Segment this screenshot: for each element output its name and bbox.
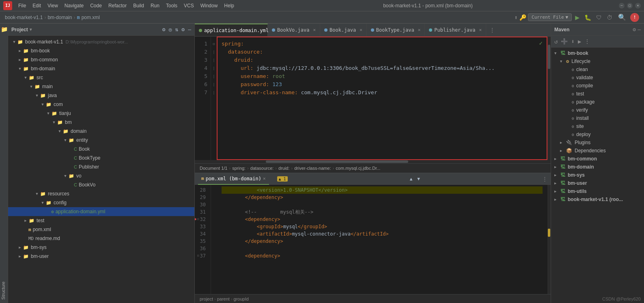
pom-bc-groupid[interactable]: groupId	[234, 297, 249, 301]
menu-tools[interactable]: Tools	[163, 2, 180, 9]
tree-item-pom-xml[interactable]: ▶ m pom.xml	[8, 225, 194, 234]
menu-file[interactable]: File	[15, 2, 29, 9]
tree-item-bm[interactable]: ▼ 📁 bm	[8, 118, 194, 127]
maven-compile[interactable]: ▶ ⚙ compile	[551, 82, 644, 90]
maven-dependencies[interactable]: ▶ 📦 Dependencies	[551, 147, 644, 155]
breadcrumb-class[interactable]: com.mysql.cj.jdbc.Dr...	[336, 166, 380, 171]
notification-badge[interactable]: !	[630, 13, 639, 22]
structure-icon[interactable]: Structure	[0, 278, 8, 303]
menu-code[interactable]: Code	[87, 2, 105, 9]
maven-run-btn[interactable]: ▶	[577, 37, 582, 45]
menu-run[interactable]: Run	[148, 2, 162, 9]
maven-package[interactable]: ▶ ⚙ package	[551, 98, 644, 106]
git-icon[interactable]: 🔑	[519, 14, 526, 21]
maven-install[interactable]: ▶ ⚙ install	[551, 114, 644, 122]
pom-tab-overflow[interactable]: ⋮	[542, 176, 547, 182]
tab-overflow-button[interactable]: ⋮	[486, 27, 498, 33]
maven-deploy[interactable]: ▶ ⚙ deploy	[551, 130, 644, 139]
sidebar-settings-icon[interactable]: ⚙	[181, 26, 185, 32]
tree-item-tianju[interactable]: ▼ 📁 tianju	[8, 109, 194, 118]
yaml-code-lines[interactable]: spring: datasource: druid: url: jdbc:mys…	[217, 37, 547, 160]
maven-settings-icon[interactable]: ⚙	[633, 26, 636, 32]
pom-bc-project[interactable]: project	[200, 297, 213, 301]
tab-booktype-java[interactable]: BookType.java ✕	[367, 24, 425, 37]
maven-refresh-btn[interactable]: ↺	[554, 37, 558, 45]
tab-close-booktype[interactable]: ✕	[418, 27, 421, 32]
breadcrumb-filename[interactable]: pom.xml	[82, 15, 100, 20]
tree-item-config[interactable]: ▼ 📁 config	[8, 198, 194, 207]
tab-close-publisher[interactable]: ✕	[479, 27, 482, 32]
maven-bm-common[interactable]: ▶ 🏗 bm-common	[551, 155, 644, 163]
sidebar-gear-icon[interactable]: ⚙	[162, 26, 166, 32]
maven-lifecycle[interactable]: ▼ ⚙ Lifecycle	[551, 57, 644, 65]
tree-item-entity[interactable]: ▼ 📁 entity	[8, 136, 194, 145]
current-file-dropdown[interactable]: Current File ▼	[528, 13, 572, 21]
window-maximize-button[interactable]: □	[627, 3, 633, 9]
tree-item-book[interactable]: ▶ C Book	[8, 145, 194, 154]
breadcrumb-druid[interactable]: druid:	[278, 166, 290, 171]
tree-item-bookvo[interactable]: ▶ C BookVo	[8, 180, 194, 189]
tree-item-vo[interactable]: ▼ 📁 vo	[8, 171, 194, 180]
menu-refactor[interactable]: Refactor	[106, 2, 129, 9]
menu-view[interactable]: View	[45, 2, 61, 9]
tree-item-bm-domain[interactable]: ▼ 📁 bm-domain	[8, 64, 194, 73]
search-button[interactable]: 🔍	[616, 13, 629, 21]
maven-bm-utils[interactable]: ▶ 🏗 bm-utils	[551, 187, 644, 195]
tree-item-resources[interactable]: ▼ 📁 resources	[8, 189, 194, 198]
debug-button[interactable]: 🐛	[583, 14, 593, 21]
pom-bc-parent[interactable]: parent	[217, 297, 230, 301]
maven-bm-sys[interactable]: ▶ 🏗 bm-sys	[551, 171, 644, 179]
maven-plugins[interactable]: ▶ 🔌 Plugins	[551, 139, 644, 147]
maven-book-market[interactable]: ▶ 🏗 book-market-v1.1 (roo...	[551, 195, 644, 203]
pom-tab[interactable]: m pom.xml (bm-domain) ✕	[198, 173, 269, 185]
tree-item-bm-book[interactable]: ▶ 📁 bm-book	[8, 46, 194, 55]
window-minimize-button[interactable]: —	[619, 3, 625, 9]
menu-vcs[interactable]: VCS	[181, 2, 197, 9]
tree-item-main[interactable]: ▼ 📁 main	[8, 82, 194, 91]
tree-item-bm-sys[interactable]: ▶ 📁 bm-sys	[8, 243, 194, 252]
sidebar-minimize-icon[interactable]: —	[188, 26, 191, 32]
profile-button[interactable]: ⏱	[605, 14, 614, 21]
maven-bm-domain[interactable]: ▶ 🏗 bm-domain	[551, 163, 644, 171]
breadcrumb-project[interactable]: book-market-v1.1	[5, 15, 43, 20]
maven-bm-book[interactable]: ▼ 🏗 bm-book	[551, 49, 644, 57]
tree-item-test[interactable]: ▶ 📁 test	[8, 216, 194, 225]
yaml-scrollbar-thumb[interactable]	[548, 45, 550, 69]
tree-item-readme[interactable]: ▶ MD readme.md	[8, 234, 194, 243]
maven-validate[interactable]: ▶ ⚙ validate	[551, 74, 644, 82]
tab-bookvo-java[interactable]: BookVo.java ✕	[268, 24, 320, 37]
project-tab-icon[interactable]: 📁	[0, 24, 8, 35]
pom-nav-up[interactable]: ▲	[408, 175, 414, 182]
maven-bm-user[interactable]: ▶ 🏗 bm-user	[551, 179, 644, 187]
tree-item-booktype[interactable]: ▶ C BookType	[8, 154, 194, 162]
tab-close-bookvo[interactable]: ✕	[313, 27, 316, 32]
tab-book-java[interactable]: Book.java ✕	[320, 24, 367, 37]
maven-verify[interactable]: ▶ ⚙ verify	[551, 106, 644, 114]
yaml-editor-content[interactable]: 1 2 3 4 5 6 7 ⊟ | | | |	[195, 37, 551, 160]
tab-application-domain-yml[interactable]: application-domain.yml ✕	[195, 24, 268, 37]
yaml-scrollbar-thumb-h[interactable]	[266, 160, 408, 163]
tree-item-java[interactable]: ▼ 📁 java	[8, 91, 194, 100]
menu-edit[interactable]: Edit	[30, 2, 44, 9]
tree-item-domain[interactable]: ▼ 📁 domain	[8, 127, 194, 136]
yaml-scrollbar[interactable]	[547, 37, 551, 160]
coverage-button[interactable]: 🛡	[594, 14, 603, 21]
maven-test[interactable]: ▶ ⚙ test	[551, 90, 644, 98]
vcs-update-icon[interactable]: ⬆	[515, 14, 518, 21]
sidebar-dropdown-arrow[interactable]: ▼	[30, 27, 32, 32]
pom-nav-down[interactable]: ▼	[416, 175, 422, 182]
run-button[interactable]: ▶	[573, 13, 581, 22]
tree-item-com[interactable]: ▼ 📁 com	[8, 100, 194, 109]
pom-tab-close[interactable]: ✕	[263, 176, 266, 181]
maven-more-btn[interactable]: ⋮	[584, 37, 591, 45]
breadcrumb-module[interactable]: bm-domain	[47, 15, 72, 20]
breadcrumb-file[interactable]: m	[77, 15, 80, 20]
breadcrumb-driver[interactable]: driver-class-name:	[294, 166, 331, 171]
tree-item-application-domain-yml[interactable]: ▶ ⚙ application-domain.yml	[8, 207, 194, 216]
tab-publisher-java[interactable]: Publisher.java ✕	[425, 24, 486, 37]
menu-navigate[interactable]: Navigate	[62, 2, 86, 9]
breadcrumb-doc[interactable]: Document 1/1	[200, 166, 227, 171]
maven-clean[interactable]: ▶ ⚙ clean	[551, 65, 644, 74]
tree-item-publisher[interactable]: ▶ C Publisher	[8, 162, 194, 171]
tab-close-book[interactable]: ✕	[360, 27, 362, 32]
